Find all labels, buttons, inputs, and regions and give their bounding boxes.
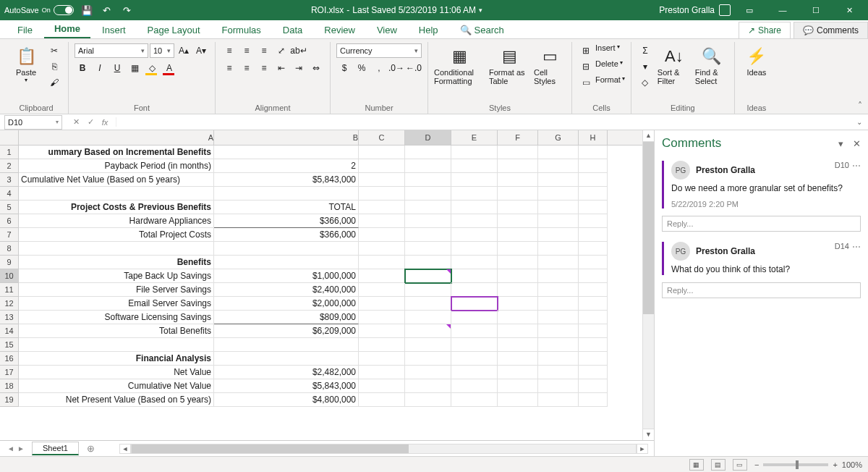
cell[interactable]: [498, 393, 538, 407]
cell[interactable]: [538, 283, 579, 297]
cell[interactable]: $809,000: [214, 311, 359, 324]
fill-icon[interactable]: ▾: [637, 59, 653, 74]
tab-data[interactable]: Data: [273, 22, 312, 38]
cell[interactable]: [451, 283, 498, 297]
zoom-level[interactable]: 100%: [842, 460, 862, 469]
format-cells-button[interactable]: ▭Format▾: [578, 75, 625, 90]
row-header[interactable]: 11: [0, 283, 19, 297]
cell[interactable]: [451, 214, 498, 228]
cell[interactable]: Cumulative Net Value (Based on 5 years): [19, 173, 214, 187]
number-format-combo[interactable]: Currency▾: [336, 43, 422, 58]
cell[interactable]: [538, 146, 579, 159]
cell[interactable]: [538, 242, 579, 256]
cell[interactable]: $5,843,000: [214, 379, 359, 393]
number-group-label[interactable]: Number: [336, 102, 422, 114]
comment-more-icon[interactable]: ⋯: [852, 161, 861, 171]
row-header[interactable]: 8: [0, 242, 19, 256]
tab-file[interactable]: File: [7, 22, 43, 38]
font-color-icon[interactable]: A: [161, 61, 177, 75]
cell[interactable]: [451, 366, 498, 379]
sheet-tab[interactable]: Sheet1: [32, 442, 79, 455]
cell[interactable]: [579, 269, 608, 283]
styles-group-label[interactable]: Styles: [434, 102, 566, 114]
cell[interactable]: [451, 352, 498, 366]
underline-icon[interactable]: U: [109, 61, 125, 75]
cell[interactable]: TOTAL: [214, 201, 359, 214]
cell[interactable]: [538, 366, 579, 379]
align-middle-icon[interactable]: ≡: [239, 43, 255, 58]
cell[interactable]: [498, 256, 538, 269]
cell[interactable]: [538, 297, 579, 311]
cell[interactable]: [359, 201, 405, 214]
ideas-button[interactable]: ⚡Ideas: [741, 43, 773, 77]
decrease-decimal-icon[interactable]: ←.0: [406, 61, 422, 75]
wrap-text-icon[interactable]: ab↵: [291, 43, 307, 58]
cell[interactable]: [498, 311, 538, 324]
cell[interactable]: [405, 297, 451, 311]
font-group-label[interactable]: Font: [75, 102, 209, 114]
cell[interactable]: [498, 187, 538, 201]
undo-icon[interactable]: ↶: [100, 3, 114, 17]
cell[interactable]: $366,000: [214, 214, 359, 228]
cell[interactable]: [405, 393, 451, 407]
cell[interactable]: Net Value: [19, 366, 214, 379]
cell[interactable]: File Server Savings: [19, 283, 214, 297]
tab-insert[interactable]: Insert: [92, 22, 136, 38]
cut-icon[interactable]: ✂: [46, 43, 62, 58]
sheet-nav-next-icon[interactable]: ►: [16, 444, 26, 452]
row-header[interactable]: 1: [0, 146, 19, 159]
increase-indent-icon[interactable]: ⇥: [291, 61, 307, 75]
decrease-font-icon[interactable]: A▾: [193, 43, 209, 58]
cell[interactable]: [579, 214, 608, 228]
cell[interactable]: [405, 242, 451, 256]
cell[interactable]: [579, 283, 608, 297]
cell[interactable]: Cumulative Net Value: [19, 379, 214, 393]
cell[interactable]: $2,482,000: [214, 366, 359, 379]
formula-input[interactable]: [116, 118, 856, 127]
comment-more-icon[interactable]: ⋯: [852, 242, 861, 252]
row-header[interactable]: 5: [0, 201, 19, 214]
cell[interactable]: [405, 173, 451, 187]
row-header[interactable]: 6: [0, 214, 19, 228]
tab-review[interactable]: Review: [314, 22, 365, 38]
close-pane-icon[interactable]: ✕: [853, 138, 861, 149]
column-header-A[interactable]: A: [19, 130, 214, 145]
delete-cells-button[interactable]: ⊟Delete▾: [578, 59, 623, 74]
font-name-combo[interactable]: Arial▾: [75, 43, 148, 58]
cell[interactable]: [538, 324, 579, 338]
zoom-in-icon[interactable]: +: [833, 460, 837, 469]
cell[interactable]: [498, 366, 538, 379]
cell[interactable]: [579, 379, 608, 393]
cell[interactable]: [579, 201, 608, 214]
cell[interactable]: [498, 269, 538, 283]
horizontal-scrollbar[interactable]: ◄ ►: [119, 444, 648, 454]
cell[interactable]: [498, 173, 538, 187]
alignment-group-label[interactable]: Alignment: [221, 102, 324, 114]
reply-input[interactable]: Reply...: [662, 282, 861, 298]
cell[interactable]: [451, 159, 498, 173]
cell[interactable]: [451, 201, 498, 214]
zoom-out-icon[interactable]: −: [754, 460, 759, 469]
column-header-E[interactable]: E: [451, 130, 498, 145]
cell[interactable]: [359, 242, 405, 256]
cell[interactable]: Financial Analysis: [19, 352, 214, 366]
account-icon[interactable]: [719, 4, 731, 16]
collapse-ribbon-icon[interactable]: ˄: [858, 101, 862, 111]
cell[interactable]: [359, 352, 405, 366]
cell[interactable]: Email Server Savings: [19, 297, 214, 311]
cell[interactable]: [19, 338, 214, 352]
cell[interactable]: [405, 379, 451, 393]
row-header[interactable]: 3: [0, 173, 19, 187]
cell[interactable]: [359, 324, 405, 338]
align-center-icon[interactable]: ≡: [239, 61, 255, 75]
sheet-nav-prev-icon[interactable]: ◄: [6, 444, 16, 452]
cell[interactable]: [579, 352, 608, 366]
cell[interactable]: [359, 338, 405, 352]
clear-icon[interactable]: ◇: [637, 75, 653, 90]
cell[interactable]: [214, 242, 359, 256]
redo-icon[interactable]: ↷: [120, 3, 135, 17]
share-button[interactable]: ↗Share: [739, 22, 791, 38]
cell[interactable]: [498, 214, 538, 228]
format-as-table-button[interactable]: ▤Format as Table: [489, 43, 529, 85]
scroll-down-icon[interactable]: ▼: [643, 429, 654, 440]
